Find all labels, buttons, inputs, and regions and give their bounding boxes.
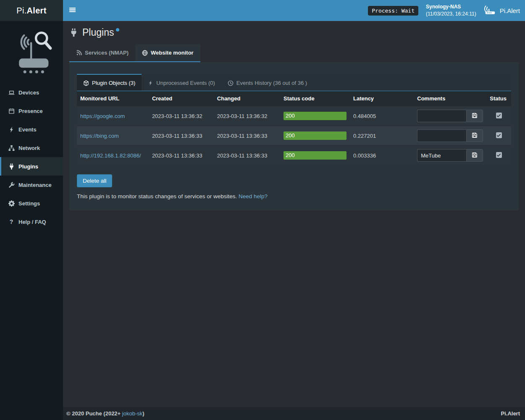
table-row: https://bing.com 2023-03-11 13:36:33 202… (77, 126, 511, 146)
sidebar-item-plugins[interactable]: Plugins (0, 157, 63, 176)
cube-icon (83, 80, 89, 86)
sidebar-logo (0, 21, 63, 80)
tab-unprocessed-events[interactable]: Unprocessed Events (0) (142, 74, 221, 91)
footer: © 2020 Puche (2022+ jokob-sk) Pi.Alert (63, 407, 525, 420)
sidebar-item-label: Events (18, 126, 37, 133)
status-checkbox[interactable] (496, 113, 502, 118)
gear-icon (8, 200, 15, 207)
status-checkbox[interactable] (496, 152, 502, 158)
save-comment-button[interactable] (466, 110, 483, 122)
plugin-inner-tabs: Plugin Objects (3) Unprocessed Events (0… (77, 74, 511, 91)
laptop-icon (8, 89, 15, 96)
save-icon (472, 152, 478, 159)
tab-label: Website monitor (151, 50, 194, 56)
check-icon (496, 113, 501, 118)
plug-icon (69, 28, 78, 37)
table-row: http://192.168.1.82:8086/ 2023-03-11 13:… (77, 146, 511, 165)
tab-events-history[interactable]: Events History (36 out of 36 ) (221, 74, 313, 91)
comment-input[interactable] (417, 110, 466, 122)
save-comment-button[interactable] (466, 129, 483, 142)
brand-bold: Alert (27, 6, 47, 16)
comment-group (417, 110, 483, 122)
tab-website-monitor[interactable]: Website monitor (135, 44, 200, 61)
monitored-url-link[interactable]: https://google.com (80, 113, 125, 119)
save-icon (472, 113, 478, 120)
device-timestamp: (11/03/2023, 16:24:11) (426, 10, 476, 18)
latency-cell: 0.227201 (350, 126, 414, 146)
sidebar-item-devices[interactable]: Devices (0, 83, 63, 102)
plugin-description-text: This plugin is to monitor status changes… (77, 193, 237, 200)
comment-input[interactable] (417, 129, 466, 142)
clock-icon (228, 80, 234, 86)
col-header-status: Status (486, 91, 511, 106)
monitored-url-link[interactable]: https://bing.com (80, 133, 119, 139)
check-icon (496, 153, 501, 158)
changed-cell: 2023-03-11 13:36:32 (214, 106, 280, 126)
created-cell: 2023-03-11 13:36:32 (149, 106, 214, 126)
router-icon (484, 5, 496, 16)
footer-copyright: © 2020 Puche (2022+ jokob-sk) (66, 410, 144, 417)
title-info-badge[interactable] (116, 28, 119, 32)
sidebar-item-label: Devices (18, 89, 39, 96)
sidebar-item-label: Plugins (18, 163, 38, 170)
bolt-icon (8, 126, 15, 133)
table-row: https://google.com 2023-03-11 13:36:32 2… (77, 106, 511, 126)
comment-group (417, 129, 483, 142)
col-header-created: Created (149, 91, 214, 106)
need-help-link[interactable]: Need help? (239, 193, 268, 200)
header: Pi.Alert Process: Wait Synology-NAS (11/… (0, 0, 525, 21)
page-title: Plugins (69, 27, 519, 38)
footer-copyright-close: ) (142, 410, 144, 417)
sidebar-item-presence[interactable]: Presence (0, 102, 63, 120)
col-header-latency: Latency (350, 91, 414, 106)
status-code-bar: 200 (284, 151, 346, 160)
calendar-icon (8, 108, 15, 114)
comment-input[interactable] (417, 149, 466, 162)
table-header-row: Monitored URL Created Changed Status cod… (77, 91, 511, 106)
changed-cell: 2023-03-11 13:36:33 (214, 146, 280, 165)
sidebar-item-label: Maintenance (18, 182, 52, 188)
sidebar-item-maintenance[interactable]: Maintenance (0, 176, 63, 194)
sidebar-item-events[interactable]: Events (0, 120, 63, 139)
website-monitor-panel: Plugin Objects (3) Unprocessed Events (0… (69, 62, 519, 210)
comment-group (417, 149, 483, 162)
navbar-right: Process: Wait Synology-NAS (11/03/2023, … (368, 3, 525, 18)
created-cell: 2023-03-11 13:36:33 (149, 146, 214, 165)
process-status-badge: Process: Wait (368, 6, 418, 16)
tab-services-nmap[interactable]: Services (NMAP) (69, 44, 135, 61)
save-comment-button[interactable] (466, 149, 483, 162)
tab-label: Unprocessed Events (0) (156, 80, 215, 86)
footer-app-name: Pi.Alert (501, 410, 520, 417)
col-header-changed: Changed (214, 91, 280, 106)
col-header-comments: Comments (414, 91, 486, 106)
brand-prefix: Pi. (16, 6, 26, 16)
latency-cell: 0.003336 (350, 146, 414, 165)
tab-label: Plugin Objects (3) (92, 80, 135, 86)
footer-copyright-text: © 2020 Puche (2022+ (66, 410, 122, 417)
sidebar-item-network[interactable]: Network (0, 139, 63, 157)
plug-icon (8, 163, 15, 170)
status-checkbox[interactable] (496, 132, 502, 138)
sidebar-item-help-faq[interactable]: ? Help / FAQ (0, 213, 63, 231)
sidebar-menu: Devices Presence Events Network (0, 83, 63, 231)
monitored-url-link[interactable]: http://192.168.1.82:8086/ (80, 152, 141, 159)
app-logo[interactable]: Pi.Alert (0, 0, 63, 21)
delete-all-button[interactable]: Delete all (77, 174, 112, 187)
plugin-tabs: Services (NMAP) Website monitor (69, 44, 200, 62)
app-root: Pi.Alert Process: Wait Synology-NAS (11/… (0, 0, 525, 420)
sidebar: Devices Presence Events Network (0, 21, 63, 420)
content-area: Plugins Services (NMAP) Website monitor (63, 21, 525, 407)
check-icon (496, 133, 501, 138)
hamburger-icon (69, 6, 76, 15)
header-app-name: Pi.Alert (500, 7, 520, 14)
changed-cell: 2023-03-11 13:36:33 (214, 126, 280, 146)
page-title-text: Plugins (82, 27, 114, 38)
header-brand-link[interactable]: Pi.Alert (484, 5, 520, 16)
jokob-sk-link[interactable]: jokob-sk (122, 410, 142, 417)
tab-plugin-objects[interactable]: Plugin Objects (3) (77, 74, 142, 91)
rss-icon (76, 50, 82, 56)
bolt-icon (148, 80, 153, 86)
sidebar-item-settings[interactable]: Settings (0, 194, 63, 213)
sidebar-toggle-button[interactable] (63, 0, 82, 21)
tab-label: Events History (36 out of 36 ) (236, 80, 307, 86)
